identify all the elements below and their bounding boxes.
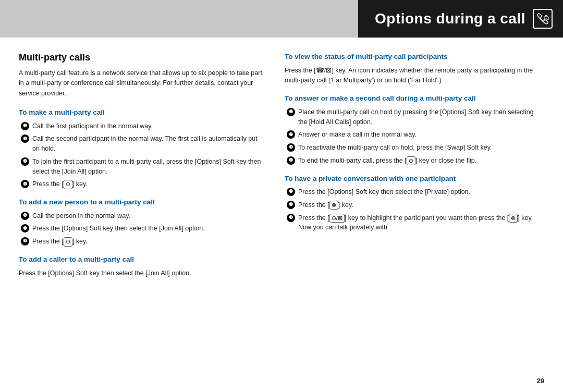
subheading-answer-second: To answer or make a second call during a…: [285, 94, 544, 103]
step-text: To end the multi-party call, press the […: [298, 156, 544, 166]
header-title-block: Options during a call: [358, 0, 563, 38]
step-text: To reactivate the multi-party call on ho…: [298, 143, 544, 153]
step-item: ❷ Call the second participant in the nor…: [21, 134, 264, 154]
phone-lock-icon: [533, 9, 553, 29]
step-text: To join the first participant to a multi…: [32, 157, 264, 177]
step-num-3: ❸: [21, 157, 29, 166]
subheading-view-status: To view the status of multi-party call p…: [285, 52, 544, 62]
step-item: ❹ Press the [⊙] key.: [21, 179, 264, 189]
step-item: ❷ Answer or make a call in the normal wa…: [287, 130, 544, 140]
step-item: ❸ To join the first participant to a mul…: [21, 157, 264, 177]
subheading-add-caller: To add a caller to a multi-party call: [19, 255, 264, 264]
step-item: ❷ Press the [⊗] key.: [287, 200, 544, 210]
step-text: Press the [Options] Soft key then select…: [298, 187, 544, 197]
step-item: ❶ Call the person in the normal way.: [21, 211, 264, 221]
step-text: Place the multi-party call on hold by pr…: [298, 107, 544, 127]
step-text: Call the person in the normal way.: [32, 211, 264, 221]
view-status-text: Press the [☎/⊠] key. An icon indicates w…: [285, 66, 544, 86]
step-text: Press the [⊗] key.: [298, 200, 544, 210]
step-item: ❸ To reactivate the multi-party call on …: [287, 143, 544, 153]
header-title: Options during a call: [375, 10, 525, 27]
step-text: Press the [Options] Soft key then select…: [32, 224, 264, 234]
subheading-make-call: To make a multi-party call: [19, 108, 264, 117]
step-num-2: ❷: [21, 134, 29, 143]
step-num-4: ❹: [21, 180, 29, 188]
step-item: ❷ Press the [Options] Soft key then sele…: [21, 224, 264, 234]
step-num-3: ❸: [287, 143, 295, 152]
header: Options during a call: [0, 0, 563, 38]
step-num-1: ❶: [21, 212, 29, 220]
col-right: To view the status of multi-party call p…: [285, 52, 544, 382]
page-number: 29: [537, 377, 544, 385]
svg-point-1: [546, 18, 547, 19]
steps-answer-second: ❶ Place the multi-party call on hold by …: [287, 107, 544, 166]
step-item: ❶ Press the [Options] Soft key then sele…: [287, 187, 544, 197]
step-num-3: ❸: [287, 214, 295, 222]
intro-text: A multi-party call feature is a network …: [19, 68, 264, 99]
col-left: Multi-party calls A multi-party call fea…: [19, 52, 264, 382]
page: Options during a call Multi-party calls …: [0, 0, 563, 392]
step-num-1: ❶: [287, 108, 295, 116]
step-text: Call the second participant in the norma…: [32, 134, 264, 154]
main-title: Multi-party calls: [19, 52, 264, 63]
add-caller-text: Press the [Options] Soft key then select…: [19, 268, 264, 278]
step-item: ❶ Place the multi-party call on hold by …: [287, 107, 544, 127]
step-num-2: ❷: [287, 201, 295, 209]
step-num-1: ❶: [287, 188, 295, 196]
steps-make-call: ❶ Call the first participant in the norm…: [21, 121, 264, 190]
step-text: Answer or make a call in the normal way.: [298, 130, 544, 140]
step-num-2: ❷: [21, 224, 29, 232]
step-text: Press the [⊙] key.: [32, 179, 264, 189]
step-item: ❸ Press the [⊙/⊠] key to highlight the p…: [287, 213, 544, 233]
step-num-1: ❶: [21, 122, 29, 130]
subheading-private: To have a private conversation with one …: [285, 174, 544, 183]
step-item: ❸ Press the [⊙] key.: [21, 237, 264, 247]
step-item: ❶ Call the first participant in the norm…: [21, 121, 264, 131]
step-text: Press the [⊙/⊠] key to highlight the par…: [298, 213, 544, 233]
step-item: ❹ To end the multi-party call, press the…: [287, 156, 544, 166]
step-text: Call the first participant in the normal…: [32, 121, 264, 131]
step-num-2: ❷: [287, 130, 295, 139]
step-num-4: ❹: [287, 156, 295, 165]
step-text: Press the [⊙] key.: [32, 237, 264, 247]
steps-add-person: ❶ Call the person in the normal way. ❷ P…: [21, 211, 264, 247]
content: Multi-party calls A multi-party call fea…: [0, 38, 563, 392]
subheading-add-person: To add a new person to a multi-party cal…: [19, 198, 264, 207]
steps-private: ❶ Press the [Options] Soft key then sele…: [287, 187, 544, 232]
step-num-3: ❸: [21, 237, 29, 246]
